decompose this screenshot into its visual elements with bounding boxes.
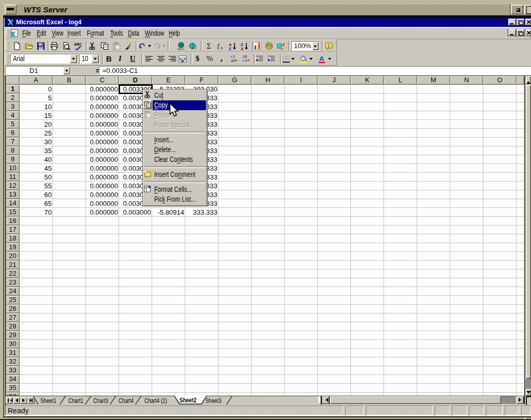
svg-text:?: ? — [328, 43, 330, 49]
svg-text:+.0: +.0 — [230, 55, 235, 58]
svg-text:.00: .00 — [230, 59, 235, 63]
svg-text:f: f — [217, 42, 220, 50]
svg-text:Z: Z — [229, 47, 231, 51]
svg-text:.00: .00 — [242, 55, 247, 58]
svg-text:A: A — [319, 55, 325, 63]
svg-text:ABC: ABC — [74, 42, 82, 46]
svg-text:A: A — [241, 47, 244, 51]
svg-text:x: x — [220, 45, 223, 50]
svg-text:+.0: +.0 — [242, 59, 247, 63]
svg-text:Σ: Σ — [207, 42, 211, 50]
